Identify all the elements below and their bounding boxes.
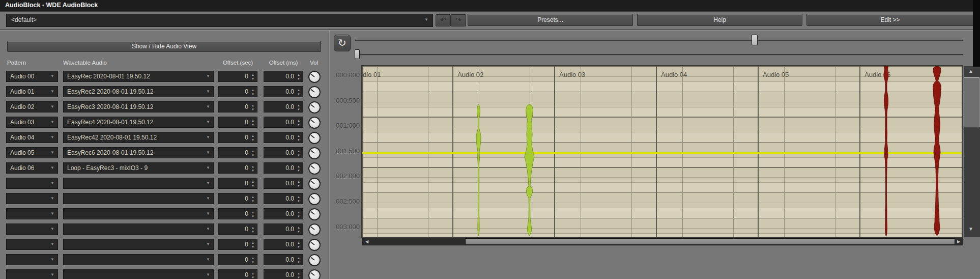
horizontal-scrollbar[interactable]: ◀ ▶ — [362, 238, 963, 245]
pattern-select[interactable]: Audio 03▼ — [6, 117, 58, 128]
scroll-down-arrow[interactable]: ▼ — [965, 225, 977, 233]
volume-knob[interactable] — [308, 178, 321, 190]
spin-up-icon[interactable]: ▲ — [296, 104, 301, 107]
offset-ms-input[interactable]: 0.0▲▼ — [264, 147, 303, 158]
offset-sec-input[interactable]: 0▲▼ — [218, 224, 257, 235]
spin-up-icon[interactable]: ▲ — [250, 226, 255, 229]
wavetable-select[interactable]: ▼ — [63, 254, 214, 265]
position-slider-handle[interactable] — [355, 49, 360, 59]
wavetable-select[interactable]: EasyRec 2020-08-01 19.50.12▼ — [63, 71, 214, 82]
offset-sec-input[interactable]: 0▲▼ — [218, 162, 257, 174]
offset-sec-input[interactable]: 0▲▼ — [218, 178, 257, 189]
spin-up-icon[interactable]: ▲ — [296, 180, 301, 183]
spin-down-icon[interactable]: ▼ — [250, 108, 255, 111]
spin-down-icon[interactable]: ▼ — [250, 93, 255, 96]
volume-knob[interactable] — [308, 254, 321, 266]
offset-ms-input[interactable]: 0.0▲▼ — [264, 193, 303, 204]
spin-up-icon[interactable]: ▲ — [296, 257, 301, 260]
spin-up-icon[interactable]: ▲ — [296, 73, 301, 76]
pattern-select[interactable]: Audio 00▼ — [6, 71, 58, 82]
wavetable-select[interactable]: EasyRec6 2020-08-01 19.50.12▼ — [63, 147, 214, 158]
offset-ms-input[interactable]: 0.0▲▼ — [264, 254, 303, 265]
pattern-select[interactable]: ▼ — [6, 178, 58, 189]
pattern-select[interactable]: ▼ — [6, 193, 58, 204]
spin-down-icon[interactable]: ▼ — [296, 154, 301, 157]
position-slider-track[interactable] — [355, 54, 963, 55]
spin-down-icon[interactable]: ▼ — [296, 261, 301, 264]
volume-knob[interactable] — [308, 101, 321, 114]
spin-down-icon[interactable]: ▼ — [296, 276, 301, 279]
pattern-select[interactable]: Audio 02▼ — [6, 101, 58, 113]
spin-up-icon[interactable]: ▲ — [296, 241, 301, 244]
pattern-select[interactable]: Audio 06▼ — [6, 162, 58, 174]
offset-sec-input[interactable]: 0▲▼ — [218, 86, 257, 97]
pattern-select[interactable]: Audio 05▼ — [6, 147, 58, 158]
volume-knob[interactable] — [308, 71, 321, 83]
spin-up-icon[interactable]: ▲ — [250, 73, 255, 76]
spin-down-icon[interactable]: ▼ — [250, 154, 255, 157]
offset-sec-input[interactable]: 0▲▼ — [218, 269, 257, 279]
spin-down-icon[interactable]: ▼ — [250, 245, 255, 248]
spin-up-icon[interactable]: ▲ — [250, 165, 255, 168]
spin-down-icon[interactable]: ▼ — [250, 123, 255, 126]
spin-down-icon[interactable]: ▼ — [296, 200, 301, 203]
spin-up-icon[interactable]: ▲ — [250, 241, 255, 244]
offset-sec-input[interactable]: 0▲▼ — [218, 101, 257, 113]
spin-down-icon[interactable]: ▼ — [250, 276, 255, 279]
presets-button[interactable]: Presets... — [468, 14, 633, 26]
spin-up-icon[interactable]: ▲ — [250, 104, 255, 107]
wavetable-select[interactable]: Loop - EasyRec3 - mixIO3 - 9▼ — [63, 162, 214, 174]
pattern-select[interactable]: ▼ — [6, 269, 58, 279]
offset-ms-input[interactable]: 0.0▲▼ — [264, 132, 303, 143]
vertical-scrollbar-thumb[interactable] — [964, 77, 979, 127]
preset-selector[interactable]: <default> ▼ — [6, 14, 433, 27]
zoom-slider-handle[interactable] — [752, 35, 758, 45]
wavetable-select[interactable]: ▼ — [63, 269, 214, 279]
spin-down-icon[interactable]: ▼ — [250, 169, 255, 172]
wavetable-select[interactable]: ▼ — [63, 239, 214, 250]
redo-button[interactable]: ↷ — [451, 14, 466, 26]
spin-up-icon[interactable]: ▲ — [250, 89, 255, 92]
volume-knob[interactable] — [308, 224, 321, 236]
spin-down-icon[interactable]: ▼ — [250, 184, 255, 187]
spin-down-icon[interactable]: ▼ — [296, 108, 301, 111]
spin-up-icon[interactable]: ▲ — [296, 134, 301, 137]
volume-knob[interactable] — [308, 117, 321, 129]
pattern-select[interactable]: ▼ — [6, 224, 58, 235]
offset-ms-input[interactable]: 0.0▲▼ — [264, 224, 303, 235]
vertical-scrollbar[interactable]: ▲ ▼ — [964, 66, 980, 237]
spin-up-icon[interactable]: ▲ — [250, 196, 255, 199]
pattern-select[interactable]: ▼ — [6, 254, 58, 265]
wavetable-select[interactable]: ▼ — [63, 193, 214, 204]
wavetable-select[interactable]: EasyRec4 2020-08-01 19.50.12▼ — [63, 117, 214, 128]
spin-down-icon[interactable]: ▼ — [296, 184, 301, 187]
spin-down-icon[interactable]: ▼ — [296, 77, 301, 80]
volume-knob[interactable] — [308, 86, 321, 98]
spin-down-icon[interactable]: ▼ — [296, 245, 301, 248]
scroll-up-arrow[interactable]: ▲ — [965, 67, 977, 75]
edit-button[interactable]: Edit >> — [806, 14, 974, 26]
spin-up-icon[interactable]: ▲ — [296, 211, 301, 214]
undo-button[interactable]: ↶ — [436, 14, 451, 26]
spin-down-icon[interactable]: ▼ — [250, 215, 255, 218]
offset-sec-input[interactable]: 0▲▼ — [218, 71, 257, 82]
scroll-right-arrow[interactable]: ▶ — [955, 238, 962, 245]
volume-knob[interactable] — [308, 269, 321, 279]
offset-sec-input[interactable]: 0▲▼ — [218, 239, 257, 250]
offset-ms-input[interactable]: 0.0▲▼ — [264, 178, 303, 189]
spin-down-icon[interactable]: ▼ — [296, 93, 301, 96]
wavetable-select[interactable]: ▼ — [63, 224, 214, 235]
horizontal-scrollbar-thumb[interactable] — [465, 238, 955, 245]
spin-up-icon[interactable]: ▲ — [250, 119, 255, 122]
wavetable-select[interactable]: ▼ — [63, 178, 214, 189]
spin-down-icon[interactable]: ▼ — [250, 261, 255, 264]
help-button[interactable]: Help — [637, 14, 802, 26]
scroll-left-arrow[interactable]: ◀ — [363, 238, 370, 245]
spin-down-icon[interactable]: ▼ — [250, 200, 255, 203]
offset-ms-input[interactable]: 0.0▲▼ — [264, 101, 303, 113]
spin-up-icon[interactable]: ▲ — [250, 134, 255, 137]
pattern-select[interactable]: ▼ — [6, 208, 58, 219]
offset-sec-input[interactable]: 0▲▼ — [218, 208, 257, 219]
spin-up-icon[interactable]: ▲ — [296, 150, 301, 153]
refresh-button[interactable]: ↻ — [334, 35, 351, 51]
